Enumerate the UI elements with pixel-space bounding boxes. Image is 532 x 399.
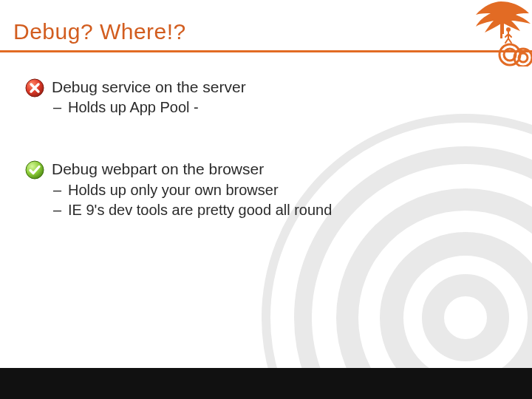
svg-point-6 — [506, 27, 511, 32]
slide-title: Debug? Where!? — [13, 19, 186, 44]
slide: Debug? Where!? Debug service on the serv… — [0, 0, 532, 399]
brand-logo-icon — [471, 0, 532, 66]
svg-point-7 — [499, 44, 520, 65]
svg-point-10 — [519, 53, 528, 62]
bullet-head: Debug service on the server — [28, 77, 471, 98]
title-underline — [0, 50, 532, 52]
footer-bar — [0, 368, 532, 399]
svg-rect-5 — [500, 22, 502, 38]
sub-bullet: Holds up App Pool - — [53, 98, 471, 117]
sub-bullet: IE 9's dev tools are pretty good all rou… — [53, 200, 471, 220]
cross-icon — [25, 78, 44, 98]
bullet-item: Debug service on the server Holds up App… — [28, 77, 471, 117]
svg-point-4 — [433, 285, 498, 350]
bullet-head: Debug webpart on the browser — [28, 159, 471, 180]
slide-content: Debug service on the server Holds up App… — [28, 77, 471, 262]
check-icon — [25, 160, 44, 180]
sub-bullet: Holds up only your own browser — [53, 180, 471, 200]
bullet-item: Debug webpart on the browser Holds up on… — [28, 159, 471, 219]
